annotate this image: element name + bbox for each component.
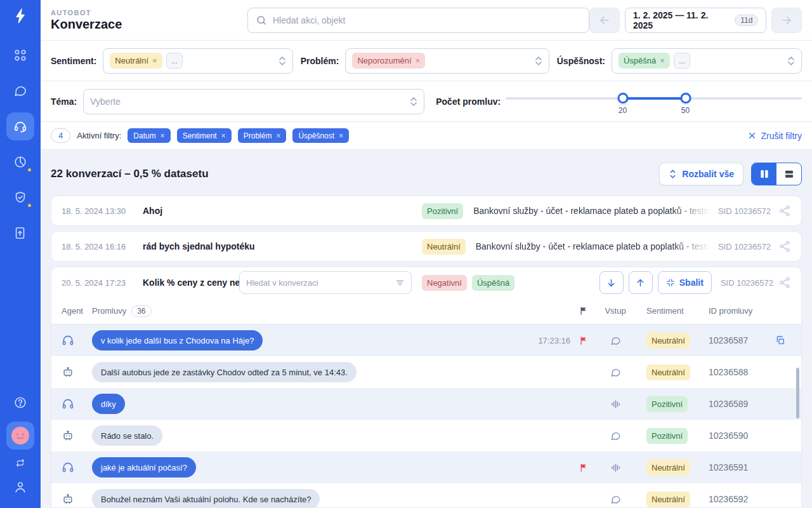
- conversation-title: Ahoj: [143, 206, 422, 216]
- flag-column-icon[interactable]: [574, 306, 593, 316]
- message-bubble[interactable]: Bohužel neznám Vaši aktuální polohu. Kde…: [92, 489, 320, 507]
- problem-filter-chip[interactable]: Neporozumění×: [352, 53, 425, 69]
- global-search[interactable]: [247, 8, 589, 33]
- remove-icon[interactable]: ×: [152, 56, 157, 65]
- sidebar-nav: [6, 41, 34, 247]
- conversation-search[interactable]: [239, 271, 412, 294]
- conversation-search-input[interactable]: [246, 278, 390, 288]
- remove-icon[interactable]: ×: [339, 131, 343, 140]
- slider-handle-min[interactable]: [617, 93, 628, 104]
- headset-icon: [62, 461, 92, 474]
- message-row: díky Pozitivní 10236589: [51, 388, 801, 420]
- chat-bubble-icon: [13, 84, 27, 98]
- sidebar-item-quality[interactable]: [6, 184, 34, 211]
- sidebar-item-help[interactable]: [6, 389, 34, 417]
- sidebar-item-analytics[interactable]: [6, 148, 34, 176]
- topic-filter-label: Téma:: [51, 97, 77, 107]
- sentiment-chip: Neutrální: [646, 333, 690, 349]
- success-filter-select[interactable]: Úspěšná× ...: [612, 48, 802, 74]
- copy-icon[interactable]: [769, 335, 791, 345]
- chat-input-icon: [593, 367, 638, 378]
- more-chip[interactable]: ...: [674, 53, 690, 69]
- message-row: Další autobus jede ze zastávky Chodov od…: [51, 356, 801, 388]
- success-filter-chip[interactable]: Úspěšná×: [619, 53, 670, 69]
- message-id: 10236587: [709, 335, 769, 345]
- more-chip[interactable]: ...: [166, 53, 183, 69]
- sidebar-item-chats[interactable]: [6, 77, 34, 105]
- share-icon[interactable]: [778, 240, 791, 253]
- col-sentiment: Sentiment: [638, 306, 709, 316]
- sidebar-item-conversations[interactable]: [6, 112, 34, 140]
- col-input: Vstup: [593, 306, 638, 316]
- share-icon[interactable]: [778, 276, 791, 289]
- sidebar-bottom: [6, 389, 34, 498]
- utterance-count-slider: 20 50: [506, 87, 802, 116]
- slider-handle-max[interactable]: [680, 93, 691, 104]
- agent-headset-icon: [13, 119, 27, 133]
- message-bubble[interactable]: Další autobus jede ze zastávky Chodov od…: [92, 362, 357, 382]
- remove-icon[interactable]: ×: [660, 56, 665, 65]
- app-name: AUTOBOT: [51, 9, 178, 17]
- expand-all-button[interactable]: Rozbalit vše: [659, 163, 743, 185]
- export-document-icon: [13, 226, 27, 240]
- sidebar-item-export[interactable]: [6, 219, 34, 247]
- collapse-button[interactable]: Sbalit: [658, 271, 712, 294]
- page-title: Konverzace: [51, 17, 178, 32]
- clear-filters-button[interactable]: Zrušit filtry: [748, 131, 802, 141]
- robot-icon: [62, 366, 92, 378]
- global-search-input[interactable]: [273, 15, 581, 25]
- remove-icon[interactable]: ×: [416, 56, 421, 65]
- voice-input-icon: [593, 399, 638, 410]
- problem-filter-select[interactable]: Neporozumění×: [345, 48, 549, 74]
- active-filters-bar: 4 Aktivní filtry: Datum× Sentiment× Prob…: [41, 122, 812, 150]
- remove-icon[interactable]: ×: [276, 131, 280, 140]
- message-row: Bohužel neznám Vaši aktuální polohu. Kde…: [51, 483, 801, 507]
- chat-input-icon: [593, 431, 638, 441]
- message-id: 10236588: [709, 367, 769, 377]
- next-period-button[interactable]: [771, 8, 802, 33]
- user-avatar[interactable]: [6, 422, 34, 450]
- conversation-date: 20. 5. 2024 17:23: [62, 278, 143, 288]
- message-bubble[interactable]: Rádo se stalo.: [92, 425, 162, 446]
- active-filter-chip-success[interactable]: Úspěšnost×: [292, 128, 349, 143]
- conversation-row[interactable]: 18. 5. 2024 16:16 rád bych sjednal hypot…: [51, 231, 802, 262]
- scrollbar-thumb[interactable]: [796, 368, 799, 418]
- flag-icon[interactable]: [574, 336, 593, 345]
- date-navigation: 1. 2. 2025 — 11. 2. 2025 11d: [589, 8, 802, 33]
- active-filter-chip-sentiment[interactable]: Sentiment×: [177, 128, 232, 143]
- chevron-updown-icon: [787, 56, 795, 66]
- headset-icon: [62, 398, 92, 410]
- sidebar-item-sync[interactable]: [6, 455, 34, 471]
- columns-view-button[interactable]: [752, 163, 776, 185]
- conversation-category: Bankovní služby - účet - reklamace plate…: [476, 241, 710, 251]
- sentiment-chip: Neutrální: [646, 364, 690, 380]
- conversation-row[interactable]: 18. 5. 2024 13:30 Ahoj Pozitivní Bankovn…: [51, 196, 802, 226]
- flag-icon[interactable]: [574, 463, 593, 472]
- sentiment-chip: Pozitivní: [646, 428, 688, 444]
- rows-view-button[interactable]: [776, 163, 801, 185]
- date-range-picker[interactable]: 1. 2. 2025 — 11. 2. 2025 11d: [625, 8, 766, 33]
- arrow-down-icon: [606, 277, 617, 288]
- lightning-logo-icon: [12, 8, 29, 26]
- date-range-text: 1. 2. 2025 — 11. 2. 2025: [633, 10, 729, 30]
- success-filter-group: Úspěšnost: Úspěšná× ...: [557, 48, 802, 74]
- sentiment-filter-select[interactable]: Neutrální× ...: [103, 48, 293, 74]
- message-bubble[interactable]: v kolik jede další bus z Chodova na Háje…: [92, 330, 263, 351]
- sentiment-filter-chip[interactable]: Neutrální×: [110, 53, 162, 69]
- share-icon[interactable]: [778, 204, 791, 217]
- active-filter-chip-date[interactable]: Datum×: [128, 128, 170, 143]
- remove-icon[interactable]: ×: [221, 131, 226, 140]
- topic-filter-select[interactable]: Vyberte: [83, 89, 424, 114]
- slider-max-value: 50: [681, 106, 690, 115]
- scroll-up-button[interactable]: [629, 271, 653, 294]
- sidebar-item-profile[interactable]: [6, 476, 34, 498]
- arrow-up-icon: [635, 277, 646, 288]
- remove-icon[interactable]: ×: [160, 131, 165, 140]
- arrow-right-icon: [780, 14, 793, 27]
- scroll-down-button[interactable]: [599, 271, 624, 294]
- sidebar-item-apps[interactable]: [6, 41, 34, 69]
- prev-period-button[interactable]: [589, 8, 620, 33]
- message-bubble[interactable]: jaké je aktuální počasí?: [92, 457, 196, 478]
- message-bubble[interactable]: díky: [92, 394, 125, 414]
- active-filter-chip-problem[interactable]: Problém×: [238, 128, 287, 143]
